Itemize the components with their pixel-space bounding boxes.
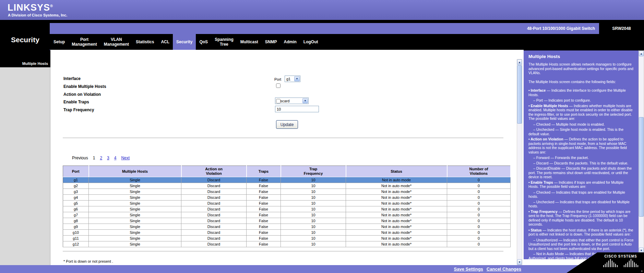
nav-tab[interactable]: SNMP — [262, 34, 281, 50]
help-paragraph: • Enable Multiple Hosts — Indicates whet… — [528, 104, 634, 121]
update-button[interactable]: Update — [276, 120, 298, 129]
page-link[interactable]: Previous — [72, 156, 88, 160]
table-row[interactable]: g8 Single Discard False 10 Not in auto m… — [63, 218, 511, 224]
help-paragraph: – DiscardDisable — Discards the packets … — [528, 166, 634, 179]
nav-tab[interactable]: VLAN Management — [100, 34, 132, 50]
help-paragraph: • Interface — Indicates the interface to… — [528, 88, 634, 97]
table-row[interactable]: g5 Single Discard False 10 Not in auto m… — [63, 201, 511, 206]
port-down-footnote: * Port is down or not present . — [63, 259, 113, 263]
help-paragraph: • Trap Frequency — Defines the time peri… — [528, 209, 634, 227]
page-link[interactable]: 2 — [100, 156, 102, 160]
divider — [63, 251, 503, 251]
help-paragraph: – Discard — Discards the packets. This i… — [528, 161, 634, 166]
table-row[interactable]: g1 Single Discard False 10 Not in auto m… — [63, 177, 511, 183]
page-link[interactable]: 1 — [93, 156, 95, 160]
page-link[interactable]: Next — [121, 156, 130, 160]
table-row[interactable]: g3 Single Discard False 10 Not in auto m… — [63, 189, 511, 195]
trap-frequency-input[interactable] — [275, 106, 319, 112]
enable-multiple-hosts-checkbox[interactable] — [276, 83, 281, 88]
table-row[interactable]: g12 Single Discard False 10 Not in auto … — [63, 241, 511, 247]
ports-table: Port Multiple Hosts Action on Violation — [63, 166, 511, 247]
table-row[interactable]: g6 Single Discard False 10 Not in auto m… — [63, 206, 511, 212]
column-header: Action on Violation — [181, 166, 247, 177]
nav-tab[interactable]: Admin — [280, 34, 300, 50]
linksys-logo: LINKSYS® — [8, 2, 53, 13]
help-panel: Multiple Hosts The Multiple Hosts screen… — [524, 50, 639, 259]
logo-band: LINKSYS® A Division of Cisco Systems, In… — [0, 0, 644, 20]
nav-tab[interactable]: ACL — [157, 34, 173, 50]
table-row[interactable]: g2 Single Discard False 10 Not in auto m… — [63, 183, 511, 189]
help-paragraph: • Status — Indicates the host status. If… — [528, 228, 634, 237]
screen: LINKSYS® A Division of Cisco Systems, In… — [0, 0, 644, 273]
nav-tab[interactable]: Multicast — [237, 34, 262, 50]
cisco-logo: Cisco Systems ® — [597, 252, 644, 273]
interface-label: Interface — [63, 76, 81, 81]
column-header: Number of Violations — [447, 166, 511, 177]
product-name: 48-Port 10/100/1000 Gigabit Switch — [527, 26, 599, 31]
help-paragraph: The Multiple Hosts screen contains the f… — [528, 80, 634, 84]
scroll-down-icon[interactable]: ▼ — [517, 259, 522, 265]
help-title: Multiple Hosts — [528, 54, 634, 59]
scrollbar-thumb[interactable] — [517, 65, 522, 124]
port-label: Port — [274, 77, 281, 81]
table-row[interactable]: g7 Single Discard False 10 Not in auto m… — [63, 212, 511, 218]
chevron-down-icon[interactable]: ▼ — [302, 98, 308, 103]
help-paragraph: – Unauthorized — Indicates that either t… — [528, 238, 634, 251]
page-title: Security — [11, 36, 39, 44]
nav-tab[interactable]: Security — [173, 34, 196, 50]
column-header: Port — [63, 166, 89, 177]
column-header: Status — [346, 166, 447, 177]
enable-traps-label: Enable Traps — [63, 100, 89, 104]
page-link[interactable]: 4 — [114, 156, 117, 160]
cancel-changes-button[interactable]: Cancel Changes — [487, 266, 521, 272]
table-row[interactable]: g9 Single Discard False 10 Not in auto m… — [63, 224, 511, 230]
registered-mark: ® — [641, 270, 643, 272]
column-header: Traps — [247, 166, 281, 177]
cisco-corner-shape — [567, 252, 597, 273]
chevron-down-icon[interactable]: ▼ — [294, 76, 300, 81]
main-scrollbar[interactable]: ▲ ▼ — [517, 59, 522, 265]
scroll-up-icon[interactable]: ▲ — [517, 59, 522, 65]
table-row[interactable]: g4 Single Discard False 10 Not in auto m… — [63, 195, 511, 201]
nav-tab[interactable]: Statistics — [132, 34, 157, 50]
nav-tab[interactable]: LogOut — [300, 34, 322, 50]
table-row[interactable]: g11 Single Discard False 10 Not in auto … — [63, 236, 511, 241]
pagination: Previous 1 2 3 4 Next — [72, 156, 130, 160]
help-paragraph: – Unchecked — Indicates that traps are d… — [528, 200, 634, 208]
scrollbar-thumb[interactable] — [639, 117, 644, 217]
nav-tab[interactable]: Port Management — [68, 34, 100, 50]
table-header-row: Port Multiple Hosts Action on Violation — [63, 166, 511, 177]
trap-frequency-label: Trap Frequency — [63, 107, 94, 112]
save-settings-button[interactable]: Save Settings — [454, 266, 483, 272]
help-body: The Multiple Hosts screen allows network… — [528, 62, 634, 259]
nav-tab[interactable]: Setup — [50, 34, 68, 50]
sidebar — [0, 50, 50, 265]
model-badge: SRW2048 — [599, 23, 644, 34]
divider — [63, 138, 503, 138]
help-scrollbar[interactable]: ▲ ▼ — [639, 50, 644, 253]
table-row[interactable]: g10 Single Discard False 10 Not in auto … — [63, 230, 511, 236]
help-paragraph: • Enable Traps — Indicates if traps are … — [528, 180, 634, 189]
action-on-violation-label: Action on Violation — [63, 92, 101, 97]
column-header: Multiple Hosts — [89, 166, 181, 177]
nav-tab[interactable]: Spanning Tree — [211, 34, 237, 50]
help-paragraph: – Checked — Indicates that traps are ena… — [528, 190, 634, 199]
enable-multiple-hosts-label: Enable Multiple Hosts — [63, 84, 106, 89]
help-paragraph: • Action on Violation — Defines the acti… — [528, 137, 634, 154]
main-nav: Setup Port Management VLAN Management St… — [50, 34, 321, 50]
help-paragraph: – Checked — Multiple host mode is enable… — [528, 122, 634, 127]
cisco-systems-wordmark: Cisco Systems — [604, 254, 637, 258]
nav-tab[interactable]: QoS — [196, 34, 211, 50]
header-strip: 48-Port 10/100/1000 Gigabit Switch — [50, 23, 599, 34]
help-paragraph: – Port — Indicates port to configure. — [528, 98, 634, 103]
cisco-bridge-icon — [603, 258, 639, 267]
enable-traps-checkbox[interactable] — [276, 99, 281, 103]
page-link[interactable]: 3 — [107, 156, 109, 160]
port-select[interactable]: g1 ▼ — [285, 76, 300, 82]
help-paragraph: The Multiple Hosts screen allows network… — [528, 62, 634, 75]
linksys-tagline: A Division of Cisco Systems, Inc. — [8, 13, 67, 17]
help-paragraph: – Forward — Forwards the packet. — [528, 156, 634, 160]
scroll-up-icon[interactable]: ▲ — [639, 51, 644, 56]
column-header: Trap Frequency — [281, 166, 346, 177]
sidebar-item-multiple-hosts[interactable]: Multiple Hosts — [0, 61, 48, 66]
